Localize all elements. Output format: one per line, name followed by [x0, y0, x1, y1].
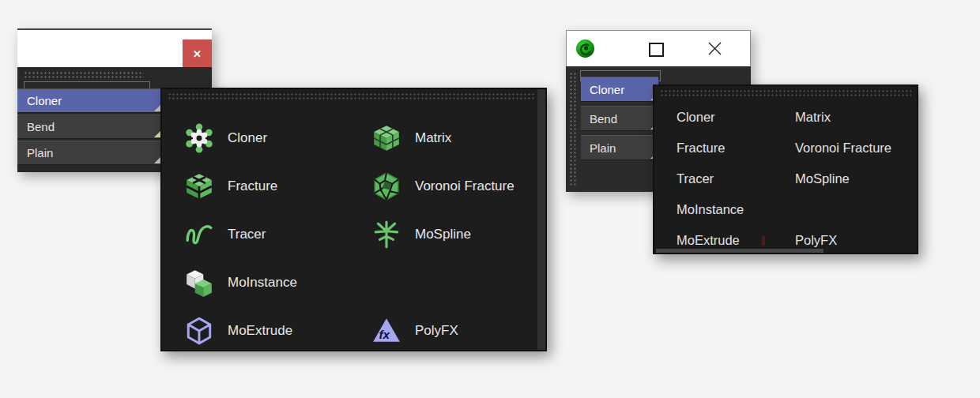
text-menu-column-1: Cloner Fracture Tracer MoInstance MoExtr…: [677, 105, 744, 259]
menu-grip-dots[interactable]: [168, 92, 534, 100]
close-button[interactable]: ✕: [183, 39, 212, 69]
maximize-button[interactable]: [649, 43, 664, 57]
dropdown-item-plain[interactable]: Plain: [581, 135, 658, 160]
left-dropdown-list: Cloner Bend Plain: [17, 88, 162, 167]
moextrude-icon: [184, 316, 214, 346]
menu-item-cloner[interactable]: Cloner: [677, 105, 744, 129]
mograph-icon-menu: Cloner Fracture Tracer: [160, 88, 547, 351]
menu-item-matrix[interactable]: Matrix: [795, 105, 891, 129]
menu-item-label: MoExtrude: [228, 323, 292, 339]
dropdown-item-cloner[interactable]: Cloner: [581, 77, 658, 102]
menu-item-moinstance[interactable]: MoInstance: [677, 197, 744, 221]
mograph-text-menu: Cloner Fracture Tracer MoInstance MoExtr…: [653, 84, 918, 254]
menu-item-label: Matrix: [415, 130, 451, 146]
left-window-titlebar[interactable]: ✕: [17, 28, 212, 67]
menu-item-label: Voronoi Fracture: [415, 178, 514, 194]
dropdown-item-plain[interactable]: Plain: [17, 141, 162, 165]
moinstance-icon: [184, 268, 214, 298]
menu-empty-slot: [795, 197, 891, 221]
right-window-titlebar[interactable]: [566, 30, 751, 66]
menu-item-polyfx[interactable]: fx PolyFX: [371, 316, 514, 346]
menu-item-label: PolyFX: [415, 323, 458, 339]
dropdown-item-label: Bend: [590, 112, 617, 126]
menu-item-label: MoInstance: [228, 275, 297, 291]
polyfx-icon: fx: [371, 316, 401, 346]
matrix-icon: [371, 123, 401, 153]
menu-item-label: MoSpline: [415, 227, 471, 242]
menu-item-moinstance[interactable]: MoInstance: [184, 268, 297, 298]
cloner-icon: [184, 123, 214, 153]
menu-empty-slot: [371, 268, 514, 298]
menu-item-tracer[interactable]: Tracer: [677, 167, 744, 190]
menu-item-label: Cloner: [228, 130, 267, 146]
menu-edge: [656, 249, 824, 253]
dropdown-item-label: Cloner: [27, 94, 62, 107]
right-dropdown-list: Cloner Bend Plain: [581, 77, 658, 164]
menu-item-tracer[interactable]: Tracer: [184, 220, 297, 250]
menu-edge: [537, 89, 545, 350]
cinema4d-logo-icon: [575, 39, 595, 58]
dropdown-item-bend[interactable]: Bend: [17, 115, 162, 139]
menu-item-label: Tracer: [228, 227, 266, 242]
menu-item-matrix[interactable]: Matrix: [371, 123, 514, 153]
dropdown-item-label: Bend: [27, 120, 55, 133]
menu-item-mospline[interactable]: MoSpline: [795, 167, 891, 190]
menu-item-fracture[interactable]: Fracture: [184, 171, 297, 201]
menu-item-voronoi-fracture[interactable]: Voronoi Fracture: [371, 171, 514, 201]
menu-item-moextrude[interactable]: MoExtrude: [184, 316, 297, 346]
svg-text:fx: fx: [379, 328, 391, 341]
tracer-icon: [184, 220, 214, 250]
menu-item-cloner[interactable]: Cloner: [184, 123, 297, 153]
dropdown-item-label: Plain: [27, 146, 53, 160]
icon-menu-column-1: Cloner Fracture Tracer: [184, 123, 297, 364]
menu-item-mospline[interactable]: MoSpline: [371, 220, 514, 250]
dropdown-item-label: Cloner: [590, 83, 624, 96]
grip-dots[interactable]: [569, 72, 578, 186]
menu-item-label: Fracture: [228, 178, 277, 194]
text-menu-column-2: Matrix Voronoi Fracture MoSpline PolyFX: [795, 105, 891, 259]
menu-item-voronoi-fracture[interactable]: Voronoi Fracture: [795, 136, 891, 160]
mospline-icon: [371, 220, 401, 250]
cursor-mark: [762, 236, 765, 246]
dropdown-item-label: Plain: [590, 141, 616, 155]
icon-menu-column-2: Matrix Voronoi Fracture MoSpline: [371, 123, 514, 364]
menu-grip-dots[interactable]: [660, 89, 911, 96]
dropdown-item-cloner[interactable]: Cloner: [17, 88, 162, 113]
close-button[interactable]: [706, 39, 724, 58]
menu-item-fracture[interactable]: Fracture: [677, 136, 744, 160]
dropdown-item-bend[interactable]: Bend: [581, 106, 658, 131]
voronoi-fracture-icon: [371, 171, 401, 201]
fracture-icon: [184, 171, 214, 201]
grip-dots[interactable]: [24, 71, 144, 79]
